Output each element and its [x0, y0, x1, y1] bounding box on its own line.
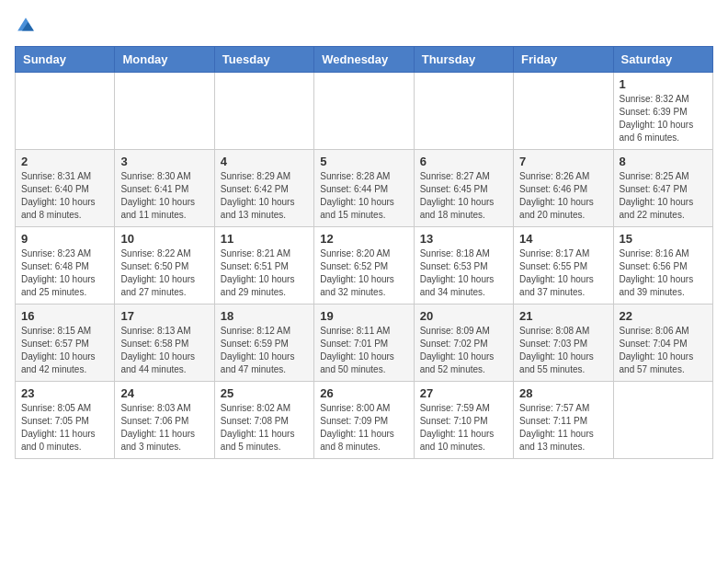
day-header-tuesday: Tuesday: [214, 47, 313, 73]
day-number: 20: [420, 309, 507, 323]
calendar-cell: [115, 73, 214, 150]
calendar-week-3: 9Sunrise: 8:23 AM Sunset: 6:48 PM Daylig…: [16, 227, 713, 304]
day-number: 24: [120, 386, 208, 400]
calendar-cell: 20Sunrise: 8:09 AM Sunset: 7:02 PM Dayli…: [414, 304, 513, 382]
day-info: Sunrise: 8:29 AM Sunset: 6:42 PM Dayligh…: [221, 170, 308, 222]
day-info: Sunrise: 7:57 AM Sunset: 7:11 PM Dayligh…: [519, 402, 607, 454]
day-header-monday: Monday: [115, 47, 214, 73]
day-number: 15: [620, 232, 707, 246]
calendar-header-row: SundayMondayTuesdayWednesdayThursdayFrid…: [16, 47, 713, 73]
day-info: Sunrise: 7:59 AM Sunset: 7:10 PM Dayligh…: [420, 402, 507, 454]
day-number: 22: [620, 309, 707, 323]
day-number: 18: [221, 309, 308, 323]
day-info: Sunrise: 8:06 AM Sunset: 7:04 PM Dayligh…: [620, 325, 707, 376]
day-info: Sunrise: 8:08 AM Sunset: 7:03 PM Dayligh…: [519, 325, 607, 376]
calendar-cell: 5Sunrise: 8:28 AM Sunset: 6:44 PM Daylig…: [314, 150, 414, 227]
calendar-cell: 18Sunrise: 8:12 AM Sunset: 6:59 PM Dayli…: [214, 304, 313, 382]
day-info: Sunrise: 8:00 AM Sunset: 7:09 PM Dayligh…: [320, 402, 407, 454]
day-number: 28: [519, 386, 607, 400]
day-number: 2: [21, 155, 108, 168]
day-info: Sunrise: 8:27 AM Sunset: 6:45 PM Dayligh…: [420, 170, 507, 222]
calendar-cell: [214, 73, 313, 150]
day-info: Sunrise: 8:20 AM Sunset: 6:52 PM Dayligh…: [320, 247, 407, 299]
calendar-cell: 3Sunrise: 8:30 AM Sunset: 6:41 PM Daylig…: [115, 150, 214, 227]
calendar-cell: 6Sunrise: 8:27 AM Sunset: 6:45 PM Daylig…: [414, 150, 513, 227]
calendar-cell: 16Sunrise: 8:15 AM Sunset: 6:57 PM Dayli…: [16, 304, 115, 382]
day-number: 13: [420, 232, 507, 246]
day-header-thursday: Thursday: [414, 47, 513, 73]
calendar-cell: 1Sunrise: 8:32 AM Sunset: 6:39 PM Daylig…: [613, 73, 712, 150]
day-info: Sunrise: 8:31 AM Sunset: 6:40 PM Dayligh…: [21, 170, 108, 222]
day-info: Sunrise: 8:18 AM Sunset: 6:53 PM Dayligh…: [420, 247, 507, 299]
day-number: 8: [620, 155, 707, 168]
calendar-cell: 9Sunrise: 8:23 AM Sunset: 6:48 PM Daylig…: [16, 227, 115, 304]
day-info: Sunrise: 8:22 AM Sunset: 6:50 PM Dayligh…: [120, 247, 208, 299]
day-number: 11: [221, 232, 308, 246]
day-number: 6: [420, 155, 507, 168]
calendar-cell: 28Sunrise: 7:57 AM Sunset: 7:11 PM Dayli…: [514, 382, 613, 459]
day-info: Sunrise: 8:28 AM Sunset: 6:44 PM Dayligh…: [320, 170, 407, 222]
day-number: 17: [120, 309, 208, 323]
calendar-week-4: 16Sunrise: 8:15 AM Sunset: 6:57 PM Dayli…: [16, 304, 713, 382]
day-number: 1: [620, 77, 707, 91]
day-info: Sunrise: 8:09 AM Sunset: 7:02 PM Dayligh…: [420, 325, 507, 376]
calendar-cell: 22Sunrise: 8:06 AM Sunset: 7:04 PM Dayli…: [613, 304, 712, 382]
day-number: 19: [320, 309, 407, 323]
calendar-week-2: 2Sunrise: 8:31 AM Sunset: 6:40 PM Daylig…: [16, 150, 713, 227]
calendar-cell: 13Sunrise: 8:18 AM Sunset: 6:53 PM Dayli…: [414, 227, 513, 304]
day-number: 21: [519, 309, 607, 323]
calendar-cell: 17Sunrise: 8:13 AM Sunset: 6:58 PM Dayli…: [115, 304, 214, 382]
day-info: Sunrise: 8:13 AM Sunset: 6:58 PM Dayligh…: [120, 325, 208, 376]
calendar-cell: 25Sunrise: 8:02 AM Sunset: 7:08 PM Dayli…: [214, 382, 313, 459]
calendar-cell: 12Sunrise: 8:20 AM Sunset: 6:52 PM Dayli…: [314, 227, 414, 304]
day-number: 4: [221, 155, 308, 168]
day-number: 23: [21, 386, 108, 400]
calendar-cell: 19Sunrise: 8:11 AM Sunset: 7:01 PM Dayli…: [314, 304, 414, 382]
day-info: Sunrise: 8:21 AM Sunset: 6:51 PM Dayligh…: [221, 247, 308, 299]
calendar-cell: 4Sunrise: 8:29 AM Sunset: 6:42 PM Daylig…: [214, 150, 313, 227]
calendar-cell: 11Sunrise: 8:21 AM Sunset: 6:51 PM Dayli…: [214, 227, 313, 304]
day-info: Sunrise: 8:15 AM Sunset: 6:57 PM Dayligh…: [21, 325, 108, 376]
day-header-wednesday: Wednesday: [314, 47, 414, 73]
day-info: Sunrise: 8:32 AM Sunset: 6:39 PM Dayligh…: [620, 93, 707, 144]
calendar-cell: 7Sunrise: 8:26 AM Sunset: 6:46 PM Daylig…: [514, 150, 613, 227]
calendar-cell: [613, 382, 712, 459]
calendar-cell: 8Sunrise: 8:25 AM Sunset: 6:47 PM Daylig…: [613, 150, 712, 227]
day-info: Sunrise: 8:16 AM Sunset: 6:56 PM Dayligh…: [620, 247, 707, 299]
day-info: Sunrise: 8:11 AM Sunset: 7:01 PM Dayligh…: [320, 325, 407, 376]
calendar-cell: [314, 73, 414, 150]
calendar-cell: 21Sunrise: 8:08 AM Sunset: 7:03 PM Dayli…: [514, 304, 613, 382]
calendar: SundayMondayTuesdayWednesdayThursdayFrid…: [15, 46, 713, 459]
day-number: 26: [320, 386, 407, 400]
day-info: Sunrise: 8:30 AM Sunset: 6:41 PM Dayligh…: [120, 170, 208, 222]
calendar-cell: 24Sunrise: 8:03 AM Sunset: 7:06 PM Dayli…: [115, 382, 214, 459]
calendar-cell: [414, 73, 513, 150]
day-number: 7: [519, 155, 607, 168]
calendar-week-5: 23Sunrise: 8:05 AM Sunset: 7:05 PM Dayli…: [16, 382, 713, 459]
day-info: Sunrise: 8:23 AM Sunset: 6:48 PM Dayligh…: [21, 247, 108, 299]
day-info: Sunrise: 8:05 AM Sunset: 7:05 PM Dayligh…: [21, 402, 108, 454]
day-header-sunday: Sunday: [16, 47, 115, 73]
day-info: Sunrise: 8:17 AM Sunset: 6:55 PM Dayligh…: [519, 247, 607, 299]
calendar-cell: 23Sunrise: 8:05 AM Sunset: 7:05 PM Dayli…: [16, 382, 115, 459]
calendar-cell: [514, 73, 613, 150]
day-info: Sunrise: 8:12 AM Sunset: 6:59 PM Dayligh…: [221, 325, 308, 376]
day-number: 27: [420, 386, 507, 400]
calendar-week-1: 1Sunrise: 8:32 AM Sunset: 6:39 PM Daylig…: [16, 73, 713, 150]
calendar-cell: 2Sunrise: 8:31 AM Sunset: 6:40 PM Daylig…: [16, 150, 115, 227]
day-number: 14: [519, 232, 607, 246]
day-info: Sunrise: 8:25 AM Sunset: 6:47 PM Dayligh…: [620, 170, 707, 222]
day-number: 25: [221, 386, 308, 400]
calendar-cell: 14Sunrise: 8:17 AM Sunset: 6:55 PM Dayli…: [514, 227, 613, 304]
day-number: 9: [21, 232, 108, 246]
calendar-cell: 15Sunrise: 8:16 AM Sunset: 6:56 PM Dayli…: [613, 227, 712, 304]
day-info: Sunrise: 8:02 AM Sunset: 7:08 PM Dayligh…: [221, 402, 308, 454]
day-number: 5: [320, 155, 407, 168]
day-info: Sunrise: 8:26 AM Sunset: 6:46 PM Dayligh…: [519, 170, 607, 222]
calendar-cell: 10Sunrise: 8:22 AM Sunset: 6:50 PM Dayli…: [115, 227, 214, 304]
day-header-saturday: Saturday: [613, 47, 712, 73]
day-info: Sunrise: 8:03 AM Sunset: 7:06 PM Dayligh…: [120, 402, 208, 454]
day-number: 12: [320, 232, 407, 246]
calendar-cell: 27Sunrise: 7:59 AM Sunset: 7:10 PM Dayli…: [414, 382, 513, 459]
logo-icon: [15, 15, 37, 37]
